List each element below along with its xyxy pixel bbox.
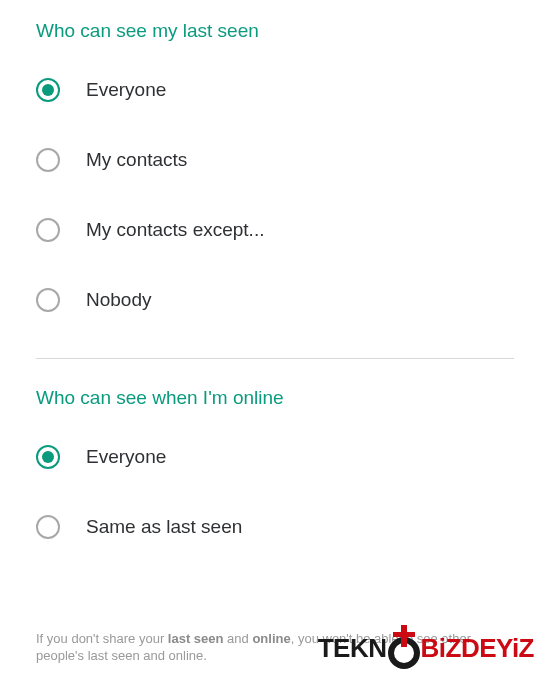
radio-option-online-everyone[interactable]: Everyone <box>36 445 514 469</box>
online-section: Who can see when I'm online Everyone Sam… <box>36 387 514 539</box>
radio-option-nobody[interactable]: Nobody <box>36 288 514 312</box>
logo-text-part1: TEKN <box>318 633 387 664</box>
radio-label: My contacts except... <box>86 219 264 241</box>
radio-icon <box>36 148 60 172</box>
online-title: Who can see when I'm online <box>36 387 514 409</box>
radio-icon <box>36 78 60 102</box>
radio-option-same-as-last-seen[interactable]: Same as last seen <box>36 515 514 539</box>
svg-rect-2 <box>393 632 415 637</box>
logo-mark-icon <box>385 623 423 673</box>
radio-label: Same as last seen <box>86 516 242 538</box>
radio-label: Everyone <box>86 446 166 468</box>
radio-option-my-contacts-except[interactable]: My contacts except... <box>36 218 514 242</box>
last-seen-section: Who can see my last seen Everyone My con… <box>36 20 514 312</box>
radio-option-everyone[interactable]: Everyone <box>36 78 514 102</box>
radio-label: My contacts <box>86 149 187 171</box>
radio-label: Nobody <box>86 289 152 311</box>
last-seen-title: Who can see my last seen <box>36 20 514 42</box>
logo-text-part2: BiZDEYiZ <box>421 633 534 664</box>
radio-icon <box>36 218 60 242</box>
radio-icon <box>36 515 60 539</box>
radio-option-my-contacts[interactable]: My contacts <box>36 148 514 172</box>
radio-icon <box>36 445 60 469</box>
radio-icon <box>36 288 60 312</box>
radio-label: Everyone <box>86 79 166 101</box>
section-divider <box>36 358 514 359</box>
teknobizdeyiz-logo: TEKN BiZDEYiZ <box>318 623 534 673</box>
